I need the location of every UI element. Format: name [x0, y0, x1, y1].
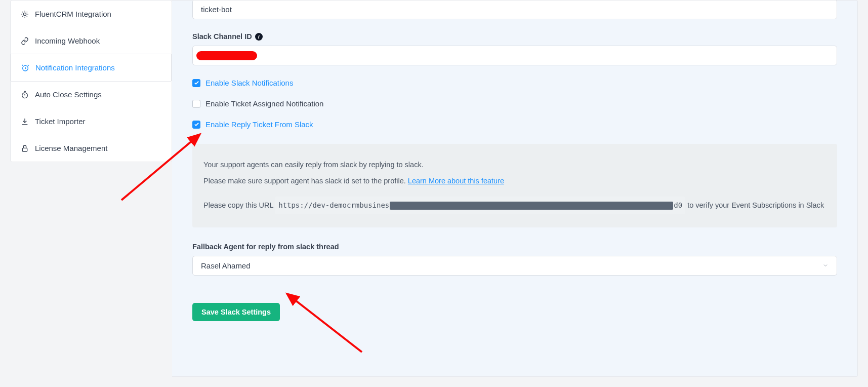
enable-ticket-assigned-checkbox[interactable]: [192, 100, 200, 108]
chevron-down-icon: [822, 261, 829, 270]
save-slack-settings-button[interactable]: Save Slack Settings: [192, 303, 280, 321]
svg-point-0: [23, 13, 26, 15]
webhook-url-redacted: [390, 202, 673, 210]
webhook-url-code: https://dev-democrmbusinesd0: [275, 197, 685, 214]
enable-reply-from-slack-label: Enable Reply Ticket From Slack: [205, 120, 313, 129]
sidebar-item-label: License Management: [35, 144, 107, 152]
sidebar-item-license[interactable]: License Management: [11, 135, 172, 162]
info-line-1: Your support agents can easily reply fro…: [203, 157, 826, 173]
sidebar-item-label: Notification Integrations: [35, 63, 115, 72]
info-icon[interactable]: i: [255, 33, 263, 41]
download-icon: [21, 118, 29, 126]
enable-reply-from-slack-checkbox[interactable]: [192, 121, 200, 129]
fallback-agent-value: Rasel Ahamed: [201, 261, 251, 270]
sidebar-item-label: Incoming Webhook: [35, 36, 100, 45]
slack-channel-id-label: Slack Channel ID: [192, 32, 252, 41]
sun-icon: [21, 10, 29, 18]
lock-icon: [21, 144, 29, 152]
stopwatch-icon: [21, 91, 29, 99]
link-icon: [21, 37, 29, 45]
enable-slack-notifications-checkbox[interactable]: [192, 79, 200, 87]
settings-sidebar: FluentCRM Integration Incoming Webhook N…: [10, 0, 172, 162]
sidebar-item-label: FluentCRM Integration: [35, 10, 111, 18]
info-copy-pre: Please copy this URL: [203, 201, 275, 209]
enable-ticket-assigned-row[interactable]: Enable Ticket Assigned Notification: [192, 99, 837, 108]
sidebar-item-fluentcrm[interactable]: FluentCRM Integration: [11, 1, 172, 27]
enable-slack-notifications-label: Enable Slack Notifications: [205, 79, 293, 87]
slack-channel-id-input[interactable]: [192, 46, 837, 65]
fallback-agent-label: Fallback Agent for reply from slack thre…: [192, 243, 339, 251]
enable-slack-notifications-row[interactable]: Enable Slack Notifications: [192, 79, 837, 87]
clock-icon: [21, 64, 29, 72]
svg-point-2: [22, 93, 28, 98]
reply-from-slack-info-panel: Your support agents can easily reply fro…: [192, 144, 837, 227]
sidebar-item-notification-integrations[interactable]: Notification Integrations: [11, 54, 172, 81]
slack-channel-name-input[interactable]: [192, 0, 837, 19]
info-copy-post: to verify your Event Subscriptions in Sl…: [687, 201, 824, 209]
sidebar-item-auto-close[interactable]: Auto Close Settings: [11, 81, 172, 108]
webhook-url-suffix: d0: [674, 201, 682, 209]
sidebar-item-label: Ticket Importer: [35, 117, 85, 126]
sidebar-item-incoming-webhook[interactable]: Incoming Webhook: [11, 27, 172, 54]
info-line-2-pre: Please make sure support agent has slack…: [203, 177, 408, 185]
webhook-url-prefix: https://dev-democrmbusines: [278, 201, 389, 209]
svg-rect-3: [22, 148, 27, 151]
enable-ticket-assigned-label: Enable Ticket Assigned Notification: [205, 99, 323, 108]
sidebar-item-ticket-importer[interactable]: Ticket Importer: [11, 108, 172, 135]
settings-main: Slack Channel ID i Enable Slack Notifica…: [172, 0, 858, 377]
enable-reply-from-slack-row[interactable]: Enable Reply Ticket From Slack: [192, 120, 837, 129]
fallback-agent-select[interactable]: Rasel Ahamed: [192, 256, 837, 276]
learn-more-link[interactable]: Learn More about this feature: [408, 177, 504, 185]
sidebar-item-label: Auto Close Settings: [35, 90, 102, 99]
